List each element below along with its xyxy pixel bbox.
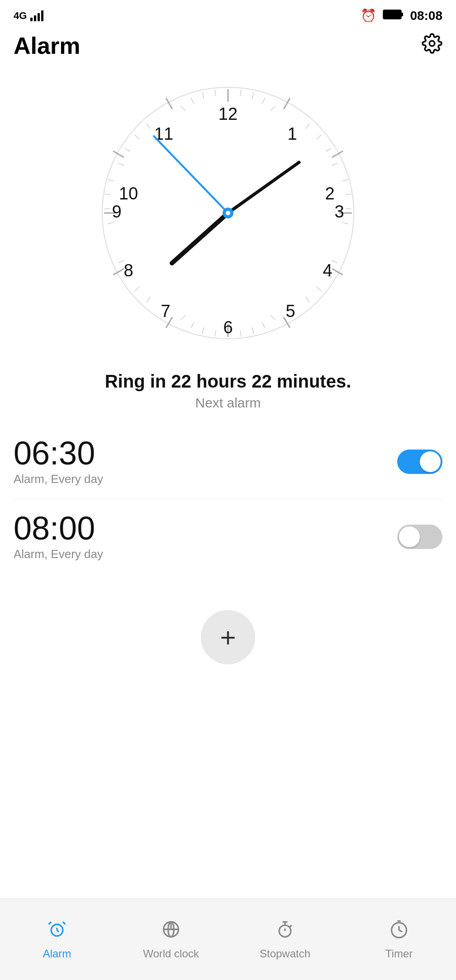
- svg-text:8: 8: [124, 261, 133, 280]
- svg-line-37: [202, 327, 204, 334]
- svg-point-2: [429, 41, 435, 46]
- svg-line-77: [63, 922, 66, 924]
- svg-line-39: [181, 315, 185, 320]
- add-button-container: +: [0, 574, 456, 682]
- ring-info: Ring in 22 hours 22 minutes. Next alarm: [0, 362, 456, 424]
- alarm-nav-icon: [47, 919, 67, 944]
- svg-line-75: [57, 930, 59, 932]
- svg-line-38: [191, 322, 194, 328]
- alarm-list: 06:30 Alarm, Every day 08:00 Alarm, Ever…: [0, 424, 456, 574]
- svg-line-76: [49, 922, 52, 924]
- stopwatch-nav-label: Stopwatch: [260, 947, 310, 960]
- alarm-2-toggle-knob: [399, 526, 420, 547]
- svg-line-25: [346, 194, 352, 194]
- svg-text:3: 3: [334, 202, 344, 221]
- status-left: 4G: [14, 10, 43, 22]
- svg-text:4: 4: [323, 261, 332, 280]
- timer-nav-label: Timer: [385, 947, 413, 960]
- svg-text:6: 6: [223, 318, 233, 337]
- svg-line-53: [191, 98, 194, 104]
- svg-point-72: [226, 211, 230, 215]
- clock-svg: // This will be done via inline paths: [97, 82, 359, 344]
- svg-line-27: [342, 223, 348, 224]
- alarm-item-1[interactable]: 06:30 Alarm, Every day: [14, 424, 442, 499]
- alarm-2-time: 08:00: [14, 512, 103, 544]
- svg-line-33: [262, 322, 265, 328]
- svg-text:5: 5: [285, 302, 295, 321]
- svg-line-23: [332, 163, 337, 166]
- alarm-2-info: 08:00 Alarm, Every day: [14, 512, 103, 561]
- svg-line-31: [306, 297, 309, 303]
- stopwatch-nav-icon: [275, 919, 295, 944]
- svg-line-18: [262, 98, 265, 104]
- header: Alarm: [0, 28, 456, 68]
- nav-item-alarm[interactable]: Alarm: [0, 899, 114, 980]
- status-bar: 4G ⏰ 08:08: [0, 0, 456, 28]
- alarm-2-label: Alarm, Every day: [14, 547, 103, 561]
- alarm-1-toggle[interactable]: [397, 450, 442, 474]
- nav-item-stopwatch[interactable]: Stopwatch: [228, 899, 342, 980]
- next-alarm-label: Next alarm: [14, 395, 442, 411]
- svg-line-36: [215, 330, 216, 336]
- svg-line-21: [317, 135, 321, 139]
- alarm-1-toggle-knob: [420, 451, 441, 472]
- svg-text:7: 7: [161, 302, 170, 321]
- svg-line-87: [290, 925, 292, 927]
- svg-text:9: 9: [112, 202, 121, 221]
- svg-line-22: [326, 148, 331, 151]
- bar2: [34, 15, 36, 21]
- svg-line-28: [332, 260, 337, 263]
- signal-bars: [30, 10, 43, 21]
- svg-text:2: 2: [325, 184, 334, 203]
- alarm-nav-label: Alarm: [43, 947, 71, 960]
- worldclock-nav-icon: [161, 919, 181, 944]
- svg-line-44: [108, 223, 114, 224]
- alarm-item-2[interactable]: 08:00 Alarm, Every day: [14, 499, 442, 574]
- network-type: 4G: [14, 10, 27, 22]
- svg-line-40: [147, 297, 150, 303]
- svg-line-51: [147, 123, 150, 129]
- svg-line-19: [271, 106, 275, 111]
- bar4: [41, 10, 43, 21]
- svg-line-47: [108, 180, 114, 181]
- ring-text: Ring in 22 hours 22 minutes.: [14, 371, 442, 392]
- svg-line-70: [154, 136, 228, 213]
- bar1: [30, 18, 33, 21]
- svg-line-46: [104, 194, 110, 194]
- svg-line-16: [240, 90, 241, 96]
- nav-item-timer[interactable]: Timer: [342, 899, 456, 980]
- svg-line-41: [135, 287, 139, 291]
- alarm-1-time: 06:30: [14, 437, 103, 469]
- nav-item-worldclock[interactable]: World clock: [114, 899, 228, 980]
- page-title: Alarm: [14, 32, 80, 59]
- svg-line-48: [119, 163, 124, 166]
- svg-line-30: [317, 287, 321, 291]
- svg-line-50: [135, 135, 139, 139]
- status-right: ⏰ 08:08: [361, 8, 442, 23]
- svg-line-24: [342, 180, 348, 181]
- svg-line-35: [240, 330, 241, 336]
- clock-container: // This will be done via inline paths: [0, 68, 456, 362]
- alarm-2-toggle[interactable]: [397, 525, 442, 549]
- alarm-1-info: 06:30 Alarm, Every day: [14, 437, 103, 486]
- svg-line-17: [252, 92, 254, 99]
- svg-line-49: [125, 148, 130, 151]
- alarm-status-icon: ⏰: [361, 8, 376, 23]
- svg-rect-1: [401, 13, 403, 16]
- svg-point-83: [279, 925, 291, 937]
- svg-text:12: 12: [218, 104, 238, 123]
- svg-line-26: [346, 208, 352, 209]
- svg-text:1: 1: [287, 124, 297, 143]
- battery-icon: [383, 9, 404, 23]
- add-alarm-button[interactable]: +: [201, 610, 255, 664]
- svg-line-54: [202, 92, 204, 99]
- clock-face: // This will be done via inline paths: [97, 82, 359, 344]
- svg-line-68: [172, 213, 228, 263]
- bottom-nav: Alarm World clock Stopwatch: [0, 899, 456, 980]
- svg-line-69: [228, 162, 299, 213]
- svg-line-55: [215, 90, 216, 96]
- svg-line-34: [252, 327, 254, 334]
- svg-line-45: [104, 208, 110, 209]
- settings-icon[interactable]: [422, 33, 442, 58]
- worldclock-nav-label: World clock: [143, 947, 199, 960]
